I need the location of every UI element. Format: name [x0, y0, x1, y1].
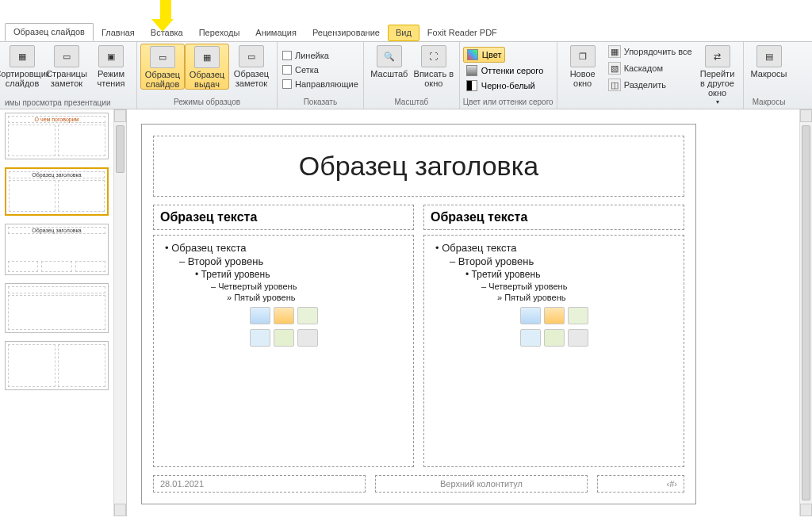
slide-sorter-label: Сортировщик слайдов — [0, 69, 50, 88]
group-zoom-label: Масштаб — [367, 96, 456, 109]
scroll-down-button[interactable] — [800, 504, 812, 516]
slide-master-button[interactable]: ▭ Образец слайдов — [140, 44, 185, 90]
tab-view[interactable]: Вид — [388, 25, 419, 41]
switch-windows-button[interactable]: ⇄ Перейти в другое окно ▾ — [695, 44, 740, 107]
grid-checkbox[interactable]: Сетка — [281, 63, 320, 76]
insert-picture-icon[interactable] — [250, 329, 270, 347]
guides-label: Направляющие — [295, 79, 358, 89]
macros-button[interactable]: ▤ Макросы — [747, 44, 791, 79]
group-zoom: 🔍 Масштаб ⛶ Вписать в окно Масштаб — [364, 42, 460, 109]
fit-window-icon: ⛶ — [421, 45, 446, 67]
left-subtitle-placeholder[interactable]: Образец текста — [153, 205, 414, 230]
scroll-thumb[interactable] — [802, 125, 810, 500]
ruler-checkbox[interactable]: Линейка — [281, 49, 331, 62]
content-placeholder-icons-row2 — [160, 329, 407, 347]
right-content-placeholder[interactable]: Образец текста Второй уровень Третий уро… — [423, 235, 684, 467]
switch-windows-label: Перейти в другое окно — [697, 69, 738, 98]
layout-thumb-3[interactable]: Образец заголовка — [5, 224, 109, 275]
text-level-1: Образец текста — [435, 242, 677, 254]
scroll-thumb[interactable] — [116, 125, 124, 173]
handout-master-icon: ▦ — [194, 46, 220, 68]
chevron-down-icon: ▾ — [716, 98, 719, 107]
tab-slide-master[interactable]: Образец слайдов — [5, 23, 94, 41]
new-window-button[interactable]: ❐ Новое окно — [561, 44, 605, 88]
bw-icon — [466, 80, 477, 91]
cascade-button[interactable]: ▧Каскадом — [605, 60, 695, 76]
zoom-button[interactable]: 🔍 Масштаб — [367, 44, 412, 79]
group-master-views-label: Режимы образцов — [140, 96, 274, 109]
macros-label: Макросы — [751, 69, 787, 79]
slide-number-placeholder[interactable]: ‹#› — [597, 475, 684, 493]
tab-transitions[interactable]: Переходы — [191, 25, 248, 41]
tab-home[interactable]: Главная — [94, 25, 143, 41]
fit-window-button[interactable]: ⛶ Вписать в окно — [412, 44, 456, 88]
layout-thumb-4[interactable] — [5, 283, 109, 333]
date-placeholder[interactable]: 28.01.2021 — [153, 475, 366, 493]
group-color: Цвет Оттенки серого Черно-белый Цвет или… — [460, 42, 557, 109]
group-show-label: Показать — [281, 96, 360, 109]
text-level-5: Пятый уровень — [234, 293, 295, 302]
layout-thumb-1[interactable]: О чем поговорим — [5, 113, 109, 159]
scroll-up-button[interactable] — [114, 109, 126, 122]
title-placeholder[interactable]: Образец заголовка — [153, 136, 684, 197]
color-mode-button[interactable]: Цвет — [463, 47, 506, 63]
insert-clipart-icon[interactable] — [274, 329, 294, 347]
text-level-5: Пятый уровень — [504, 293, 565, 302]
tab-animation[interactable]: Анимация — [247, 25, 304, 41]
tab-review[interactable]: Рецензирование — [304, 25, 388, 41]
switch-windows-icon: ⇄ — [705, 45, 730, 67]
handout-master-button[interactable]: ▦ Образец выдач — [185, 44, 229, 90]
reading-view-button[interactable]: ▣ Режим чтения — [89, 44, 133, 88]
text-level-3: Третий уровень — [465, 269, 677, 280]
notes-master-label: Образец заметок — [231, 69, 272, 88]
cascade-label: Каскадом — [624, 63, 663, 73]
group-presentation-views-label: имы просмотра презентации — [0, 97, 133, 109]
text-level-3: Третий уровень — [195, 269, 407, 280]
zoom-icon: 🔍 — [377, 45, 402, 67]
insert-chart-icon[interactable] — [544, 307, 565, 324]
insert-media-icon[interactable] — [568, 329, 588, 347]
slide-canvas[interactable]: Образец заголовка Образец текста Образец… — [141, 124, 696, 504]
scroll-down-button[interactable] — [114, 504, 126, 516]
text-level-4: Четвертый уровень — [481, 282, 677, 291]
insert-media-icon[interactable] — [297, 329, 318, 347]
main-area: О чем поговорим Образец заголовка Образе… — [0, 109, 812, 516]
guides-checkbox[interactable]: Направляющие — [281, 78, 360, 90]
bw-mode-button[interactable]: Черно-белый — [463, 79, 538, 93]
insert-table-icon[interactable] — [250, 307, 270, 324]
thumbnail-panel: О чем поговорим Образец заголовка Образе… — [0, 109, 127, 516]
footer-placeholder[interactable]: Верхний колонтитул — [375, 475, 588, 493]
notes-master-icon: ▭ — [239, 45, 264, 67]
split-button[interactable]: ◫Разделить — [605, 77, 695, 93]
slide-sorter-button[interactable]: ▦ Сортировщик слайдов — [0, 44, 44, 88]
reading-view-icon: ▣ — [98, 45, 124, 67]
thumbnail-list: О чем поговорим Образец заголовка Образе… — [0, 109, 113, 516]
left-content-placeholder[interactable]: Образец текста Второй уровень Третий уро… — [153, 235, 414, 467]
new-window-icon: ❐ — [570, 45, 596, 67]
grayscale-icon — [466, 65, 477, 76]
arrange-all-button[interactable]: ▦Упорядочить все — [605, 44, 695, 59]
notes-page-icon: ▭ — [54, 45, 79, 67]
notes-master-button[interactable]: ▭ Образец заметок — [229, 44, 274, 88]
layout-thumb-5[interactable] — [5, 341, 109, 390]
group-master-views: ▭ Образец слайдов ▦ Образец выдач ▭ Обра… — [137, 42, 278, 109]
layout-thumb-2[interactable]: Образец заголовка — [5, 167, 109, 216]
ribbon-tabs: Образец слайдов Главная Вставка Переходы… — [0, 0, 812, 41]
scroll-up-button[interactable] — [800, 109, 812, 122]
thumbnail-scrollbar[interactable] — [113, 109, 126, 516]
insert-clipart-icon[interactable] — [544, 329, 565, 347]
grayscale-mode-button[interactable]: Оттенки серого — [463, 63, 546, 78]
insert-smartart-icon[interactable] — [297, 307, 318, 324]
notes-page-button[interactable]: ▭ Страницы заметок — [44, 44, 89, 88]
macros-icon: ▤ — [756, 45, 782, 67]
insert-smartart-icon[interactable] — [568, 307, 588, 324]
stage-scrollbar[interactable] — [799, 109, 812, 516]
insert-chart-icon[interactable] — [274, 307, 294, 324]
insert-picture-icon[interactable] — [520, 329, 541, 347]
group-show: Линейка Сетка Направляющие Показать — [278, 42, 364, 109]
checkbox-icon — [282, 79, 292, 89]
text-level-2: Второй уровень — [179, 255, 407, 267]
right-subtitle-placeholder[interactable]: Образец текста — [423, 205, 684, 230]
insert-table-icon[interactable] — [520, 307, 541, 324]
tab-foxit[interactable]: Foxit Reader PDF — [419, 25, 505, 41]
